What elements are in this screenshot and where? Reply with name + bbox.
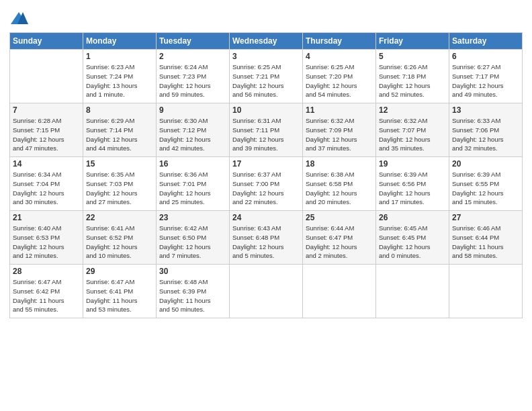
day-info: Sunrise: 6:42 AM Sunset: 6:50 PM Dayligh… — [159, 224, 226, 261]
day-number: 26 — [379, 213, 446, 222]
calendar-cell: 24Sunrise: 6:43 AM Sunset: 6:48 PM Dayli… — [230, 211, 303, 265]
day-info: Sunrise: 6:40 AM Sunset: 6:53 PM Dayligh… — [13, 224, 80, 261]
calendar-cell: 1Sunrise: 6:23 AM Sunset: 7:24 PM Daylig… — [83, 50, 157, 103]
calendar-cell: 26Sunrise: 6:45 AM Sunset: 6:45 PM Dayli… — [376, 211, 449, 265]
day-info: Sunrise: 6:28 AM Sunset: 7:15 PM Dayligh… — [13, 116, 80, 153]
day-info: Sunrise: 6:25 AM Sunset: 7:21 PM Dayligh… — [232, 62, 300, 99]
calendar-cell: 28Sunrise: 6:47 AM Sunset: 6:42 PM Dayli… — [10, 265, 83, 318]
day-info: Sunrise: 6:29 AM Sunset: 7:14 PM Dayligh… — [86, 116, 153, 153]
day-number: 22 — [86, 213, 153, 222]
day-info: Sunrise: 6:39 AM Sunset: 6:56 PM Dayligh… — [379, 170, 446, 207]
day-number: 5 — [379, 52, 446, 61]
week-row-1: 1Sunrise: 6:23 AM Sunset: 7:24 PM Daylig… — [10, 50, 523, 103]
day-number: 6 — [452, 52, 519, 61]
day-number: 20 — [452, 159, 519, 169]
calendar-cell: 14Sunrise: 6:34 AM Sunset: 7:04 PM Dayli… — [10, 157, 83, 211]
calendar-cell: 17Sunrise: 6:37 AM Sunset: 7:00 PM Dayli… — [230, 157, 303, 211]
calendar-cell: 3Sunrise: 6:25 AM Sunset: 7:21 PM Daylig… — [230, 50, 303, 103]
logo — [9, 9, 31, 28]
day-info: Sunrise: 6:43 AM Sunset: 6:48 PM Dayligh… — [232, 224, 300, 261]
calendar-cell — [376, 265, 449, 318]
calendar-cell: 9Sunrise: 6:30 AM Sunset: 7:12 PM Daylig… — [157, 103, 230, 157]
week-row-2: 7Sunrise: 6:28 AM Sunset: 7:15 PM Daylig… — [10, 103, 523, 157]
calendar-cell: 7Sunrise: 6:28 AM Sunset: 7:15 PM Daylig… — [10, 103, 83, 157]
day-number: 23 — [159, 213, 226, 222]
day-number: 14 — [13, 159, 80, 169]
day-number: 2 — [159, 52, 226, 61]
day-info: Sunrise: 6:41 AM Sunset: 6:52 PM Dayligh… — [86, 224, 153, 261]
col-header-friday: Friday — [376, 33, 449, 50]
calendar-cell: 18Sunrise: 6:38 AM Sunset: 6:58 PM Dayli… — [303, 157, 376, 211]
calendar-cell: 25Sunrise: 6:44 AM Sunset: 6:47 PM Dayli… — [303, 211, 376, 265]
day-number: 1 — [86, 52, 153, 61]
calendar-cell: 27Sunrise: 6:46 AM Sunset: 6:44 PM Dayli… — [449, 211, 523, 265]
calendar-cell — [230, 265, 303, 318]
calendar-cell: 20Sunrise: 6:39 AM Sunset: 6:55 PM Dayli… — [449, 157, 523, 211]
day-info: Sunrise: 6:34 AM Sunset: 7:04 PM Dayligh… — [13, 170, 80, 207]
calendar-cell: 8Sunrise: 6:29 AM Sunset: 7:14 PM Daylig… — [83, 103, 157, 157]
calendar-cell: 15Sunrise: 6:35 AM Sunset: 7:03 PM Dayli… — [83, 157, 157, 211]
day-info: Sunrise: 6:44 AM Sunset: 6:47 PM Dayligh… — [306, 224, 373, 261]
header-row: SundayMondayTuesdayWednesdayThursdayFrid… — [10, 33, 523, 50]
calendar-cell: 2Sunrise: 6:24 AM Sunset: 7:23 PM Daylig… — [157, 50, 230, 103]
header — [9, 7, 523, 28]
calendar-cell: 10Sunrise: 6:31 AM Sunset: 7:11 PM Dayli… — [230, 103, 303, 157]
day-number: 25 — [306, 213, 373, 222]
day-info: Sunrise: 6:31 AM Sunset: 7:11 PM Dayligh… — [232, 116, 300, 153]
day-info: Sunrise: 6:27 AM Sunset: 7:17 PM Dayligh… — [452, 62, 519, 99]
day-info: Sunrise: 6:32 AM Sunset: 7:07 PM Dayligh… — [379, 116, 446, 153]
day-number: 11 — [306, 105, 373, 115]
day-info: Sunrise: 6:30 AM Sunset: 7:12 PM Dayligh… — [159, 116, 226, 153]
day-number: 15 — [86, 159, 153, 169]
calendar-cell — [303, 265, 376, 318]
calendar-cell: 13Sunrise: 6:33 AM Sunset: 7:06 PM Dayli… — [449, 103, 523, 157]
calendar-cell: 6Sunrise: 6:27 AM Sunset: 7:17 PM Daylig… — [449, 50, 523, 103]
day-info: Sunrise: 6:23 AM Sunset: 7:24 PM Dayligh… — [86, 62, 153, 99]
day-number: 4 — [306, 52, 373, 61]
logo-icon — [9, 9, 28, 28]
day-number: 29 — [86, 267, 153, 276]
day-info: Sunrise: 6:32 AM Sunset: 7:09 PM Dayligh… — [306, 116, 373, 153]
col-header-thursday: Thursday — [303, 33, 376, 50]
day-number: 9 — [159, 105, 226, 115]
day-info: Sunrise: 6:45 AM Sunset: 6:45 PM Dayligh… — [379, 224, 446, 261]
calendar-cell: 16Sunrise: 6:36 AM Sunset: 7:01 PM Dayli… — [157, 157, 230, 211]
day-info: Sunrise: 6:46 AM Sunset: 6:44 PM Dayligh… — [452, 224, 519, 261]
calendar-cell: 22Sunrise: 6:41 AM Sunset: 6:52 PM Dayli… — [83, 211, 157, 265]
day-number: 28 — [13, 267, 80, 276]
day-info: Sunrise: 6:47 AM Sunset: 6:41 PM Dayligh… — [86, 277, 153, 314]
day-number: 10 — [232, 105, 300, 115]
col-header-saturday: Saturday — [449, 33, 523, 50]
day-number: 19 — [379, 159, 446, 169]
calendar-cell: 4Sunrise: 6:25 AM Sunset: 7:20 PM Daylig… — [303, 50, 376, 103]
col-header-tuesday: Tuesday — [157, 33, 230, 50]
day-number: 12 — [379, 105, 446, 115]
day-info: Sunrise: 6:47 AM Sunset: 6:42 PM Dayligh… — [13, 277, 80, 314]
week-row-4: 21Sunrise: 6:40 AM Sunset: 6:53 PM Dayli… — [10, 211, 523, 265]
day-info: Sunrise: 6:33 AM Sunset: 7:06 PM Dayligh… — [452, 116, 519, 153]
day-info: Sunrise: 6:35 AM Sunset: 7:03 PM Dayligh… — [86, 170, 153, 207]
col-header-wednesday: Wednesday — [230, 33, 303, 50]
day-info: Sunrise: 6:24 AM Sunset: 7:23 PM Dayligh… — [159, 62, 226, 99]
day-number: 18 — [306, 159, 373, 169]
day-info: Sunrise: 6:36 AM Sunset: 7:01 PM Dayligh… — [159, 170, 226, 207]
week-row-5: 28Sunrise: 6:47 AM Sunset: 6:42 PM Dayli… — [10, 265, 523, 318]
col-header-monday: Monday — [83, 33, 157, 50]
day-number: 30 — [159, 267, 226, 276]
page-container: SundayMondayTuesdayWednesdayThursdayFrid… — [0, 0, 532, 324]
day-number: 17 — [232, 159, 300, 169]
calendar-cell: 29Sunrise: 6:47 AM Sunset: 6:41 PM Dayli… — [83, 265, 157, 318]
day-number: 7 — [13, 105, 80, 115]
col-header-sunday: Sunday — [10, 33, 83, 50]
day-info: Sunrise: 6:25 AM Sunset: 7:20 PM Dayligh… — [306, 62, 373, 99]
week-row-3: 14Sunrise: 6:34 AM Sunset: 7:04 PM Dayli… — [10, 157, 523, 211]
calendar-table: SundayMondayTuesdayWednesdayThursdayFrid… — [9, 32, 523, 318]
day-info: Sunrise: 6:37 AM Sunset: 7:00 PM Dayligh… — [232, 170, 300, 207]
day-number: 16 — [159, 159, 226, 169]
day-number: 21 — [13, 213, 80, 222]
day-number: 24 — [232, 213, 300, 222]
calendar-cell: 5Sunrise: 6:26 AM Sunset: 7:18 PM Daylig… — [376, 50, 449, 103]
day-number: 3 — [232, 52, 300, 61]
day-info: Sunrise: 6:26 AM Sunset: 7:18 PM Dayligh… — [379, 62, 446, 99]
day-number: 13 — [452, 105, 519, 115]
